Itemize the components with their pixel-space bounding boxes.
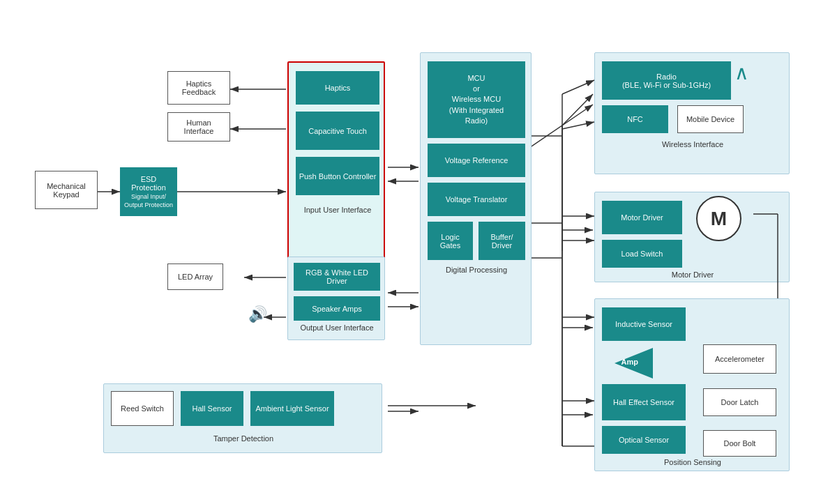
haptics-feedback-label: Haptics Feedback: [171, 79, 227, 96]
logic-gates-label: Logic Gates: [430, 233, 470, 250]
svg-line-33: [562, 80, 594, 94]
voltage-reference-box: Voltage Reference: [428, 144, 525, 177]
door-latch-box: Door Latch: [703, 388, 776, 416]
inductive-sensor-label: Inductive Sensor: [615, 320, 672, 328]
rgb-led-driver-label: RGB & White LED Driver: [296, 268, 377, 285]
load-switch-box: Load Switch: [602, 240, 682, 268]
haptics-box: Haptics: [296, 71, 379, 105]
position-sensing-label: Position Sensing: [595, 458, 790, 466]
door-bolt-box: Door Bolt: [703, 430, 776, 457]
push-button-controller-label: Push Button Controller: [299, 172, 377, 181]
optical-sensor-box: Optical Sensor: [602, 426, 686, 454]
amp-triangle: Amp: [615, 348, 653, 379]
human-interface-box: Human Interface: [167, 112, 230, 142]
hall-sensor-box: Hall Sensor: [181, 391, 243, 426]
voltage-reference-label: Voltage Reference: [445, 156, 508, 165]
output-ui-label: Output User Interface: [288, 323, 386, 332]
load-switch-label: Load Switch: [621, 250, 663, 258]
speaker-amps-label: Speaker Amps: [312, 305, 362, 313]
esd-protection-label: ESD ProtectionSignal Input/Output Protec…: [123, 175, 174, 208]
hall-effect-sensor-label: Hall Effect Sensor: [613, 398, 674, 406]
inductive-sensor-box: Inductive Sensor: [602, 307, 686, 341]
mobile-device-label: Mobile Device: [686, 115, 734, 123]
led-array-label: LED Array: [178, 273, 213, 281]
svg-line-34: [562, 122, 594, 129]
human-interface-label: Human Interface: [171, 119, 227, 135]
nfc-box: NFC: [602, 105, 668, 133]
buffer-driver-box: Buffer/ Driver: [478, 222, 525, 260]
motor-driver-box: Motor Driver: [602, 201, 682, 234]
svg-line-14: [562, 94, 593, 125]
rgb-led-driver-box: RGB & White LED Driver: [294, 263, 380, 291]
reed-switch-box: Reed Switch: [111, 391, 174, 426]
motor-driver-label: Motor Driver: [621, 213, 663, 222]
position-sensing-container: Inductive Sensor Amp Hall Effect Sensor …: [594, 298, 790, 471]
radio-box: Radio(BLE, Wi-Fi or Sub-1GHz): [602, 61, 731, 100]
led-array-box: LED Array: [167, 264, 223, 290]
capacitive-touch-label: Capacitive Touch: [308, 127, 367, 135]
radio-label: Radio(BLE, Wi-Fi or Sub-1GHz): [622, 72, 711, 89]
hall-sensor-label: Hall Sensor: [193, 404, 232, 413]
speaker-icon: 🔊: [248, 305, 267, 323]
speaker-amps-box: Speaker Amps: [294, 296, 380, 321]
amp-container: Amp: [602, 346, 665, 380]
voltage-translator-box: Voltage Translator: [428, 183, 525, 216]
wireless-interface-container: Radio(BLE, Wi-Fi or Sub-1GHz) ∧ NFC Mobi…: [594, 52, 790, 174]
nfc-label: NFC: [627, 115, 643, 123]
hall-effect-sensor-box: Hall Effect Sensor: [602, 384, 686, 420]
door-latch-label: Door Latch: [721, 398, 759, 406]
amp-label: Amp: [621, 358, 638, 366]
output-ui-container: RGB & White LED Driver Speaker Amps Outp…: [287, 257, 385, 340]
ambient-light-sensor-label: Ambient Light Sensor: [255, 404, 329, 413]
mechanical-keypad-label: Mechanical Keypad: [38, 182, 94, 199]
digital-processing-label: Digital Processing: [421, 266, 532, 274]
haptics-label: Haptics: [325, 84, 351, 92]
motor-circle: M: [696, 196, 741, 241]
mobile-device-box: Mobile Device: [677, 105, 744, 133]
tamper-detection-container: Reed Switch Hall Sensor Ambient Light Se…: [103, 383, 382, 453]
capacitive-touch-box: Capacitive Touch: [296, 112, 379, 150]
motor-m-label: M: [711, 208, 727, 230]
mechanical-keypad-box: Mechanical Keypad: [35, 171, 98, 209]
logic-gates-box: Logic Gates: [428, 222, 473, 260]
accelerometer-box: Accelerometer: [703, 344, 776, 374]
input-ui-container: Haptics Capacitive Touch Push Button Con…: [287, 61, 385, 264]
mcu-box: MCUorWireless MCU(With IntegratedRadio): [428, 61, 525, 138]
input-ui-label: Input User Interface: [289, 202, 386, 214]
door-bolt-label: Door Bolt: [724, 439, 756, 448]
ambient-light-sensor-box: Ambient Light Sensor: [250, 391, 334, 426]
wireless-interface-label: Wireless Interface: [595, 137, 790, 148]
accelerometer-label: Accelerometer: [715, 355, 764, 363]
buffer-driver-label: Buffer/ Driver: [481, 233, 522, 250]
push-button-controller-box: Push Button Controller: [296, 157, 379, 195]
motor-driver-section-label: Motor Driver: [595, 270, 790, 279]
mcu-label: MCUorWireless MCU(With IntegratedRadio): [449, 73, 504, 127]
voltage-translator-label: Voltage Translator: [446, 195, 508, 204]
svg-line-12: [532, 105, 593, 146]
motor-driver-container: Motor Driver M Load Switch Motor Driver: [594, 192, 790, 282]
reed-switch-label: Reed Switch: [121, 404, 164, 413]
antenna-icon: ∧: [734, 61, 749, 84]
esd-protection-box: ESD ProtectionSignal Input/Output Protec…: [120, 167, 177, 216]
optical-sensor-label: Optical Sensor: [619, 436, 669, 444]
diagram: Mechanical Keypad Haptics Feedback Human…: [14, 14, 800, 490]
tamper-detection-label: Tamper Detection: [104, 434, 383, 443]
digital-processing-container: MCUorWireless MCU(With IntegratedRadio) …: [420, 52, 532, 345]
haptics-feedback-box: Haptics Feedback: [167, 71, 230, 105]
